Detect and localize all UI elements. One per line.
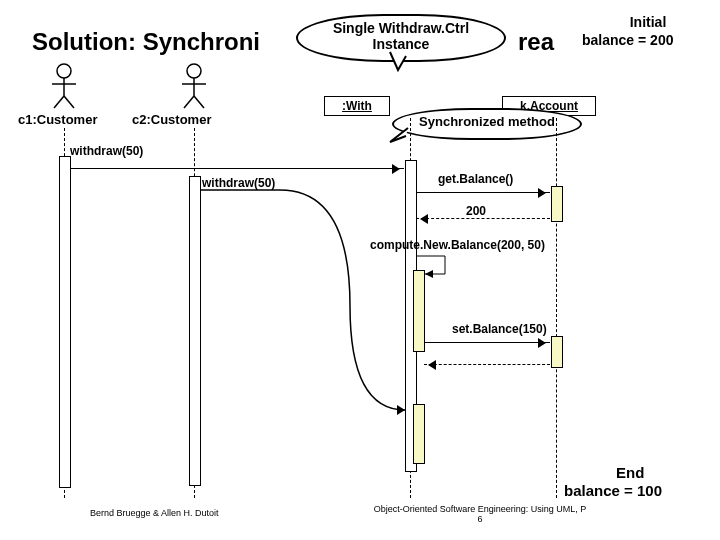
msg-set-balance: set.Balance(150) [452,322,547,336]
msg-compute: compute.New.Balance(200, 50) [370,238,545,252]
arrow-return-200 [416,218,550,219]
activation-c1 [59,156,71,488]
actor-c2-icon [178,62,210,114]
initial-balance-l1: Initial [592,14,704,30]
callout-single-instance-l1: Single Withdraw.Ctrl [306,20,496,36]
diagram-canvas: Solution: Synchroni rea Single Withdraw.… [0,0,720,540]
lifeline-bank-account [556,118,557,498]
msg-withdraw1: withdraw(50) [70,144,143,158]
page-title: Solution: Synchroni [32,28,260,56]
object-withdraw-ctrl: :With [324,96,390,116]
activation-get-balance [551,186,563,222]
svg-point-0 [57,64,71,78]
page-title-suffix: rea [518,28,554,56]
svg-line-3 [54,96,64,108]
svg-marker-10 [397,405,405,415]
footer-center-l1: Object-Oriented Software Engineering: Us… [374,504,587,514]
arrow-set-balance [424,342,550,343]
footer-center-l2: 6 [477,514,482,524]
svg-line-9 [194,96,204,108]
arrow-return-set-balance [424,364,550,365]
msg-get-balance: get.Balance() [438,172,513,186]
initial-balance-l2: balance = 200 [582,32,673,48]
svg-point-5 [187,64,201,78]
actor-c1-label: c1:Customer [18,112,97,127]
arrow-withdraw2-curve [200,186,420,416]
callout-tail-icon [388,50,418,80]
svg-line-8 [184,96,194,108]
activation-set-balance [551,336,563,368]
arrow-withdraw1 [70,168,404,169]
actor-c1-icon [48,62,80,114]
callout-tail2-icon [386,126,412,148]
callout-sync-method: Synchronized method [392,108,582,140]
object-withdraw-ctrl-label: :With [342,99,372,113]
msg-return-200: 200 [466,204,486,218]
svg-line-4 [64,96,74,108]
end-balance-l1: End [616,464,644,481]
arrow-get-balance [416,192,550,193]
footer-left: Bernd Bruegge & Allen H. Dutoit [90,508,219,518]
end-balance-l2: balance = 100 [564,482,662,499]
footer-center: Object-Oriented Software Engineering: Us… [330,504,630,524]
activation-compute [413,270,425,352]
svg-marker-11 [425,270,433,278]
activation-withdraw-ctrl-2 [413,404,425,464]
actor-c2-label: c2:Customer [132,112,211,127]
